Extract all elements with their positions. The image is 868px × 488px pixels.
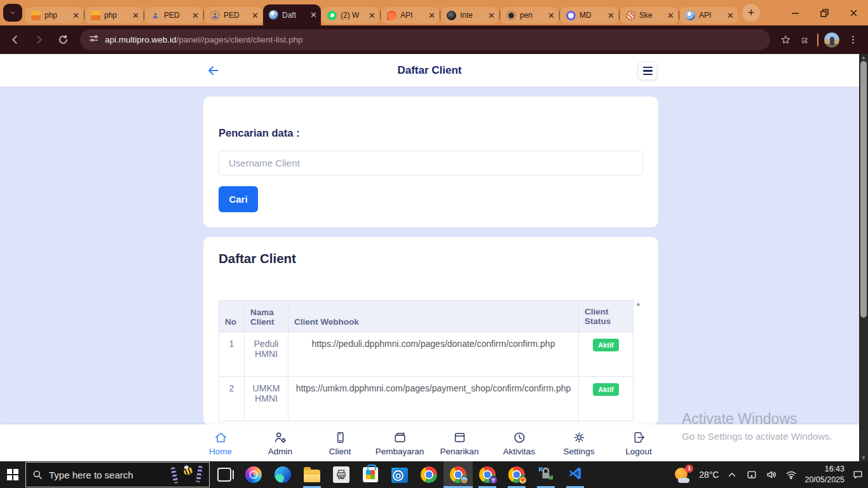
taskbar-icon-edge[interactable] — [268, 461, 297, 488]
tab-close-icon[interactable]: ✕ — [667, 11, 674, 20]
taskbar-icon-printer[interactable] — [327, 461, 356, 488]
taskbar-search-box[interactable]: Type here to search — [25, 462, 210, 487]
taskbar-icon-secure-sync[interactable] — [531, 461, 560, 488]
browser-tab-11[interactable]: Ske✕ — [620, 7, 678, 24]
tab-close-icon[interactable]: ✕ — [252, 11, 259, 20]
url-text: api.multipro.web.id/panel//pages/client/… — [105, 35, 302, 44]
page-scrollbar[interactable]: ▲ ▼ — [859, 54, 868, 461]
taskbar-icon-chrome[interactable] — [414, 461, 444, 488]
tray-overflow-button[interactable] — [726, 468, 738, 481]
nav-item-admin[interactable]: Admin — [250, 424, 310, 461]
clock[interactable]: 16:43 20/05/2025 — [804, 464, 844, 485]
browser-tab-9[interactable]: pen✕ — [501, 7, 559, 24]
tab-close-icon[interactable]: ✕ — [369, 11, 376, 20]
tab-close-icon[interactable]: ✕ — [192, 11, 199, 20]
tab-close-icon[interactable]: ✕ — [310, 11, 317, 19]
screen-cast-icon[interactable] — [745, 468, 758, 481]
forward-icon — [33, 34, 45, 46]
nav-item-logout[interactable]: Logout — [609, 424, 668, 461]
browser-tab-1[interactable]: php✕ — [25, 7, 83, 24]
tab-separator — [559, 11, 560, 20]
favicon-whatsapp — [327, 11, 337, 20]
nav-item-pembayaran[interactable]: Pembayaran — [370, 424, 430, 461]
table-scrollbar-up[interactable]: ▲ — [635, 301, 641, 307]
system-tray: 1 28°C 16:43 20/05/2025 — [675, 461, 864, 488]
tab-close-icon[interactable]: ✕ — [727, 11, 734, 20]
browser-menu-button[interactable] — [844, 31, 862, 49]
nav-item-aktivitas[interactable]: Aktivitas — [489, 424, 549, 461]
taskbar-icon-file-explorer[interactable] — [297, 461, 327, 488]
tab-close-icon[interactable]: ✕ — [488, 11, 495, 20]
taskbar-icon-outlook[interactable] — [385, 461, 414, 488]
browser-tab-3[interactable]: PED✕ — [145, 7, 203, 24]
back-button[interactable] — [5, 30, 24, 50]
chevron-down-icon — [9, 9, 17, 17]
browser-tab-10[interactable]: MD✕ — [560, 7, 618, 24]
taskbar-icon-task-view[interactable] — [210, 461, 239, 488]
profile-avatar[interactable] — [824, 32, 840, 48]
home-icon — [214, 430, 228, 445]
cell-client-name: UMKM HMNI — [245, 377, 288, 421]
tab-close-icon[interactable]: ✕ — [548, 11, 555, 20]
tab-search-button[interactable] — [3, 4, 22, 22]
taskbar-icon-microsoft-store[interactable] — [356, 461, 385, 488]
browser-tab-8[interactable]: Inte✕ — [441, 7, 499, 24]
favicon-flame-orange — [387, 11, 397, 20]
browser-tab-5[interactable]: Daft✕ — [263, 4, 321, 25]
forward-button[interactable] — [29, 30, 48, 50]
nav-label: Logout — [625, 447, 651, 456]
column-client-status: Client Status — [579, 301, 634, 332]
taskbar-icon-copilot[interactable] — [239, 461, 268, 488]
volume-icon[interactable] — [765, 468, 778, 481]
tab-close-icon[interactable]: ✕ — [72, 11, 79, 20]
browser-tab-4[interactable]: PED✕ — [205, 7, 262, 24]
address-bar[interactable]: api.multipro.web.id/panel//pages/client/… — [80, 29, 770, 50]
tab-separator — [84, 11, 85, 20]
cell-client-name: Peduli HMNI — [245, 332, 288, 377]
mobile-card-icon — [333, 430, 348, 445]
scroll-up-arrow[interactable]: ▲ — [859, 54, 868, 61]
weather-icon[interactable]: 1 — [675, 467, 692, 483]
scroll-down-arrow[interactable]: ▼ — [859, 454, 868, 461]
reload-button[interactable] — [53, 30, 72, 50]
scrollbar-thumb[interactable] — [860, 61, 867, 318]
browser-tab-6[interactable]: (2) W✕ — [322, 7, 379, 24]
tab-close-icon[interactable]: ✕ — [132, 11, 139, 20]
taskbar-icon-chrome-profile-3[interactable]: 🦊 — [502, 461, 531, 488]
wifi-icon[interactable] — [785, 468, 797, 481]
favicon-phpmyadmin — [91, 11, 100, 20]
close-button[interactable] — [839, 0, 868, 25]
new-tab-button[interactable]: + — [742, 4, 760, 22]
page-menu-button[interactable] — [638, 62, 657, 80]
nav-item-penarikan[interactable]: Penarikan — [430, 424, 489, 461]
tray-time: 16:43 — [804, 464, 844, 475]
maximize-button[interactable] — [810, 0, 839, 25]
browser-tab-2[interactable]: php✕ — [85, 7, 143, 24]
action-center-button[interactable] — [851, 468, 864, 481]
tab-close-icon[interactable]: ✕ — [428, 11, 435, 20]
start-button[interactable] — [0, 461, 25, 488]
taskbar-icon-chrome-profile-2[interactable]: Y — [473, 461, 502, 488]
bee-lavender-decoration — [170, 464, 205, 486]
username-client-input[interactable] — [219, 151, 643, 175]
taskbar-icon-chrome-profile-main[interactable] — [444, 461, 473, 488]
extensions-button[interactable] — [794, 31, 812, 49]
browser-tab-12[interactable]: API✕ — [680, 7, 738, 24]
nav-label: Aktivitas — [503, 447, 535, 456]
taskbar-icon-vscode[interactable] — [560, 461, 590, 488]
favicon-person — [151, 11, 160, 20]
cell-status: Aktif — [579, 377, 634, 421]
tab-close-icon[interactable]: ✕ — [607, 11, 614, 20]
nav-item-settings[interactable]: Settings — [549, 424, 609, 461]
archive-box-icon — [452, 430, 467, 445]
minimize-button[interactable] — [780, 0, 810, 25]
site-info-icon[interactable] — [89, 34, 98, 46]
nav-item-home[interactable]: Home — [191, 424, 250, 461]
bookmark-button[interactable] — [776, 31, 794, 49]
temperature-label[interactable]: 28°C — [699, 470, 719, 480]
browser-tab-7[interactable]: API✕ — [381, 7, 439, 24]
kebab-menu-icon — [848, 34, 858, 45]
nav-item-client[interactable]: Client — [310, 424, 370, 461]
cari-button[interactable]: Cari — [219, 186, 258, 212]
status-badge: Aktif — [593, 339, 618, 351]
